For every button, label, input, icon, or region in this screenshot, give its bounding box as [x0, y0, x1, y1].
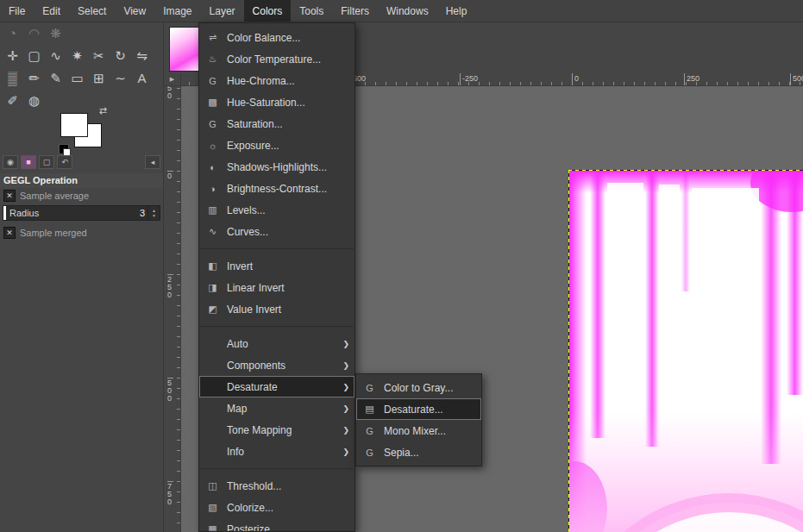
menu-item-posterize[interactable]: ▦ Posterize... — [199, 518, 354, 532]
flip-tool-icon[interactable]: ⇋ — [131, 45, 153, 66]
sample-average-row: ✕ Sample average — [3, 190, 89, 202]
menu-item-invert[interactable]: ◧ Invert — [199, 255, 354, 277]
invert-icon: ◧ — [205, 260, 220, 272]
radius-spinbox[interactable]: Radius 3 ▲ ▼ — [3, 205, 160, 221]
paintbrush-tool-icon[interactable]: ✎ — [45, 67, 66, 89]
menu-item-map[interactable]: Map ❯ — [199, 397, 354, 419]
menu-separator — [200, 248, 354, 249]
tool-preset-icon[interactable]: ◉ — [3, 155, 18, 169]
menu-item-label: Desaturate... — [384, 404, 443, 416]
rectangle-select-tool-icon[interactable]: ▢ — [23, 45, 45, 66]
image-tab-thumbnail[interactable] — [169, 27, 202, 72]
image-artwork — [569, 171, 803, 532]
menu-item-auto[interactable]: Auto ❯ — [199, 333, 354, 354]
menu-item-color-temperature[interactable]: ♨ Color Temperature... — [199, 48, 354, 70]
gradient-tool-icon[interactable]: ▒ — [2, 67, 23, 89]
h-ruler-label: 250 — [684, 73, 699, 86]
gegl-icon: G — [362, 383, 377, 393]
eraser-tool-icon[interactable]: ▭ — [66, 67, 88, 89]
spin-buttons[interactable]: ▲ ▼ — [147, 206, 160, 220]
menu-item-label: Invert — [227, 260, 253, 272]
color-temperature-icon: ♨ — [205, 53, 220, 65]
reset-icon[interactable]: ↶ — [57, 155, 72, 169]
menu-item-sepia[interactable]: G Sepia... — [356, 441, 481, 463]
zoom-tool-icon[interactable]: ◍ — [23, 90, 45, 111]
dock-collapse-arrow-icon[interactable]: ◂ — [145, 155, 160, 169]
tool-icon-1[interactable]: ◔ — [2, 22, 23, 44]
color-picker-tool-icon[interactable]: ✐ — [2, 90, 23, 111]
move-tool-icon[interactable]: ✛ — [2, 45, 23, 66]
vertical-ruler[interactable]: -250 0 250 500 750 — [164, 86, 181, 532]
menubar-item-filters[interactable]: Filters — [332, 0, 378, 22]
menu-item-color-balance[interactable]: ⇌ Color Balance... — [199, 27, 354, 48]
menubar-item-edit[interactable]: Edit — [34, 0, 69, 22]
layer-boundary-top — [568, 170, 803, 171]
menu-item-shadows-highlights[interactable]: ◐ Shadows-Highlights... — [199, 156, 354, 178]
menubar-item-file[interactable]: File — [0, 0, 34, 22]
menubar-item-colors[interactable]: Colors — [244, 0, 292, 22]
sample-average-label: Sample average — [20, 191, 89, 201]
fuzzy-select-tool-icon[interactable]: ✷ — [66, 45, 88, 66]
swap-colors-icon[interactable]: ⇄ — [99, 105, 107, 116]
menu-item-hue-chroma[interactable]: G Hue-Chroma... — [199, 70, 354, 91]
menu-item-tone-mapping[interactable]: Tone Mapping ❯ — [199, 419, 354, 441]
chevron-right-icon: ❯ — [342, 340, 349, 348]
menubar-item-image[interactable]: Image — [154, 0, 200, 22]
tool-options-title: GEGL Operation — [0, 173, 163, 188]
rotate-tool-icon[interactable]: ↻ — [110, 45, 131, 66]
menu-item-desaturate[interactable]: Desaturate ❯ — [199, 376, 354, 397]
smudge-tool-icon[interactable]: ∼ — [110, 67, 131, 89]
tool-row: ✛ ▢ ∿ ✷ ✂ ↻ ⇋ — [0, 45, 163, 67]
canvas-image[interactable] — [569, 171, 803, 532]
v-ruler-label: 0 — [167, 171, 173, 180]
text-tool-icon[interactable]: A — [131, 67, 153, 89]
menubar-item-help[interactable]: Help — [437, 0, 476, 22]
menubar-item-layer[interactable]: Layer — [201, 0, 244, 22]
crop-tool-icon[interactable]: ✂ — [88, 45, 110, 66]
sample-merged-row: ✕ Sample merged — [3, 227, 87, 239]
free-select-tool-icon[interactable]: ∿ — [45, 45, 66, 66]
menu-item-color-to-gray[interactable]: G Color to Gray... — [356, 377, 481, 398]
menubar-item-tools[interactable]: Tools — [291, 0, 332, 22]
pattern-swatch-icon[interactable]: ▢ — [39, 155, 54, 169]
linear-invert-icon: ◨ — [205, 282, 220, 293]
tool-icon-3[interactable]: ❋ — [45, 22, 66, 44]
menu-item-desaturate-dialog[interactable]: ▤ Desaturate... — [356, 398, 481, 420]
menu-item-info[interactable]: Info ❯ — [199, 441, 354, 462]
sample-average-checkbox[interactable]: ✕ — [3, 190, 16, 202]
menu-item-exposure[interactable]: ☼ Exposure... — [199, 135, 354, 156]
menu-item-label: Linear Invert — [227, 282, 285, 294]
menu-item-hue-saturation[interactable]: ▩ Hue-Saturation... — [199, 91, 354, 113]
spin-down-icon[interactable]: ▼ — [152, 213, 156, 218]
toolbox-panel: ◔ ◠ ❋ ✛ ▢ ∿ ✷ ✂ ↻ ⇋ ▒ ✏ ✎ ▭ ⊞ ∼ A ✐ ◍ — [0, 22, 164, 532]
menu-item-curves[interactable]: ∿ Curves... — [199, 221, 354, 242]
menu-item-colorize[interactable]: ▧ Colorize... — [199, 497, 354, 518]
pencil-tool-icon[interactable]: ✏ — [23, 67, 45, 89]
foreground-color-swatch[interactable] — [60, 113, 88, 137]
menu-item-components[interactable]: Components ❯ — [199, 354, 354, 376]
menu-item-label: Map — [227, 403, 247, 415]
radius-label: Radius — [6, 208, 140, 218]
menubar-item-windows[interactable]: Windows — [378, 0, 437, 22]
radius-value: 3 — [140, 208, 147, 218]
menu-item-mono-mixer[interactable]: G Mono Mixer... — [356, 420, 481, 441]
menu-item-value-invert[interactable]: ◩ Value Invert — [199, 298, 354, 320]
threshold-icon: ◫ — [205, 480, 220, 491]
menu-item-label: Color to Gray... — [384, 382, 453, 394]
menu-item-linear-invert[interactable]: ◨ Linear Invert — [199, 277, 354, 298]
menubar-item-view[interactable]: View — [115, 0, 154, 22]
default-colors-icon[interactable] — [59, 144, 69, 154]
ruler-corner: ▶ — [164, 73, 181, 86]
tool-icon-2[interactable]: ◠ — [23, 22, 45, 44]
menu-item-saturation[interactable]: G Saturation... — [199, 113, 354, 135]
dockable-tab-row: ◉ ■ ▢ ↶ ◂ — [3, 155, 160, 169]
sample-merged-checkbox[interactable]: ✕ — [3, 227, 16, 239]
menu-item-brightness-contrast[interactable]: ◑ Brightness-Contrast... — [199, 178, 354, 199]
clone-tool-icon[interactable]: ⊞ — [88, 67, 110, 89]
menubar-item-select[interactable]: Select — [69, 0, 115, 22]
colorize-icon: ▧ — [205, 502, 220, 513]
menu-item-levels[interactable]: ▥ Levels... — [199, 199, 354, 221]
brush-swatch-icon[interactable]: ■ — [21, 155, 36, 169]
menu-item-threshold[interactable]: ◫ Threshold... — [199, 475, 354, 497]
menu-item-label: Threshold... — [227, 480, 281, 492]
